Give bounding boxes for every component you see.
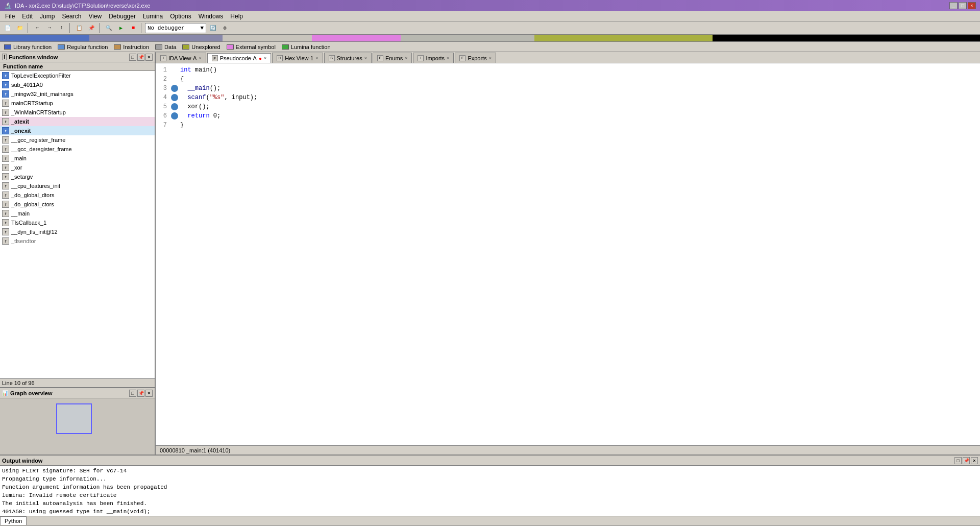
toolbar-copy-btn[interactable]: 📋 [74, 22, 85, 34]
func-item[interactable]: f_onexit [0, 126, 155, 135]
func-item[interactable]: f__gcc_deregister_frame [0, 145, 155, 154]
menu-item-file[interactable]: File [2, 12, 18, 21]
title-bar-controls[interactable]: _ □ × [949, 2, 976, 9]
func-item[interactable]: fsub_4011A0 [0, 80, 155, 89]
menu-item-windows[interactable]: Windows [195, 12, 227, 21]
func-item[interactable]: f__main [0, 209, 155, 218]
graph-panel-close-btn[interactable]: × [145, 390, 153, 397]
func-item-label: _onexit [11, 128, 31, 134]
func-item[interactable]: fmainCRTStartup [0, 99, 155, 108]
right-panel: IIDA View-A×PPseudocode-A●×HHex View-1×S… [156, 52, 980, 455]
toolbar-run-btn[interactable]: ▶ [115, 22, 127, 34]
restore-button[interactable]: □ [959, 2, 967, 9]
close-button[interactable]: × [968, 2, 976, 9]
tab-exports[interactable]: EExports× [455, 53, 496, 63]
line-number: 1 [156, 65, 171, 75]
tab-label: Imports [426, 55, 445, 61]
menu-item-debugger[interactable]: Debugger [106, 12, 139, 21]
tab-structures[interactable]: SStructures× [324, 53, 372, 63]
output-lock-btn[interactable]: 📌 [963, 457, 970, 464]
toolbar-refresh-btn[interactable]: 🔄 [207, 22, 218, 34]
func-item[interactable]: f_atexit [0, 117, 155, 126]
tab-bar[interactable]: IIDA View-A×PPseudocode-A●×HHex View-1×S… [156, 52, 980, 63]
legend-regular-color [58, 44, 65, 50]
python-tab-bar[interactable]: Python [0, 516, 980, 525]
graph-viewport [56, 403, 92, 434]
graph-panel-lock-btn[interactable]: 📌 [137, 390, 144, 397]
menu-item-view[interactable]: View [85, 12, 105, 21]
toolbar-paste-btn[interactable]: 📌 [86, 22, 97, 34]
func-item[interactable]: fTopLevelExceptionFilter [0, 71, 155, 80]
menu-item-jump[interactable]: Jump [37, 12, 58, 21]
functions-panel-float-btn[interactable]: □ [129, 54, 136, 61]
tab-close-btn[interactable]: × [199, 56, 201, 61]
legend-external-color [227, 44, 234, 50]
output-close-btn[interactable]: × [971, 457, 978, 464]
tab-hex-view-1[interactable]: HHex View-1× [272, 53, 323, 63]
func-item-label: __dyn_tls_init@12 [11, 229, 58, 235]
func-item[interactable]: f_mingw32_init_mainargs [0, 89, 155, 99]
tab-close-btn[interactable]: × [264, 56, 266, 61]
func-item[interactable]: f_tlsendtor [0, 236, 155, 246]
tab-close-btn[interactable]: × [364, 56, 367, 61]
function-list[interactable]: fTopLevelExceptionFilterfsub_4011A0f_min… [0, 71, 155, 376]
func-item[interactable]: f_do_global_ctors [0, 200, 155, 209]
graph-content[interactable] [0, 398, 155, 455]
nav-seg-6 [534, 35, 713, 41]
graph-panel-float-btn[interactable]: □ [129, 390, 136, 397]
toolbar-search-btn[interactable]: 🔍 [103, 22, 114, 34]
minimize-button[interactable]: _ [949, 2, 958, 9]
menu-item-edit[interactable]: Edit [19, 12, 36, 21]
menu-item-lumina[interactable]: Lumina [140, 12, 166, 21]
toolbar-open-btn[interactable]: 📁 [14, 22, 26, 34]
menu-item-search[interactable]: Search [59, 12, 84, 21]
tab-ida-view-a[interactable]: IIDA View-A× [156, 53, 206, 63]
graph-panel-controls[interactable]: □ 📌 × [129, 390, 153, 397]
output-line: Propagating type information... [2, 475, 978, 483]
functions-panel-controls[interactable]: □ 📌 × [129, 54, 153, 61]
func-item[interactable]: f__gcc_register_frame [0, 135, 155, 145]
code-status-text: 00000810 _main:1 (401410) [160, 447, 230, 453]
toolbar-back-btn[interactable]: ← [32, 22, 43, 34]
code-area[interactable]: 1int main()2{3 __main();4 scanf("%s", in… [156, 63, 980, 445]
toolbar-up-btn[interactable]: ↑ [56, 22, 67, 34]
code-line: 1int main() [156, 65, 980, 75]
tab-icon: I [160, 55, 166, 61]
legend-data-label: Data [164, 44, 176, 50]
legend-unexplored: Unexplored [182, 44, 220, 50]
toolbar-sep-2 [69, 23, 71, 33]
tab-pseudocode-a[interactable]: PPseudocode-A●× [207, 53, 271, 63]
function-icon: f [2, 228, 9, 235]
func-item[interactable]: f_xor [0, 163, 155, 172]
tab-close-btn[interactable]: × [405, 56, 407, 61]
func-item[interactable]: f_do_global_dtors [0, 190, 155, 200]
func-item[interactable]: f__cpu_features_init [0, 181, 155, 190]
output-float-btn[interactable]: □ [954, 457, 962, 464]
tab-imports[interactable]: IImports× [413, 53, 454, 63]
tab-close-btn[interactable]: × [489, 56, 492, 61]
function-icon: f [2, 192, 9, 199]
functions-line-count: Line 10 of 96 [0, 378, 155, 387]
toolbar-settings-btn[interactable]: ⚙ [219, 22, 231, 34]
functions-panel-title: Functions window [9, 54, 58, 60]
menu-item-options[interactable]: Options [167, 12, 194, 21]
func-item-label: __cpu_features_init [11, 183, 60, 189]
tab-close-btn[interactable]: × [315, 56, 318, 61]
functions-panel-close-btn[interactable]: × [145, 54, 153, 61]
menu-item-help[interactable]: Help [227, 12, 246, 21]
func-item[interactable]: f__dyn_tls_init@12 [0, 227, 155, 236]
toolbar-stop-btn[interactable]: ■ [128, 22, 139, 34]
func-item[interactable]: f_main [0, 154, 155, 163]
tab-enums[interactable]: EEnums× [373, 53, 412, 63]
func-item[interactable]: fTlsCallback_1 [0, 218, 155, 227]
tab-close-btn[interactable]: × [447, 56, 449, 61]
debugger-dropdown[interactable]: No debugger ▼ [145, 23, 206, 33]
output-line: lumina: Invalid remote certificate [2, 491, 978, 499]
toolbar-forward-btn[interactable]: → [44, 22, 55, 34]
python-tab[interactable]: Python [0, 516, 27, 525]
func-item[interactable]: f_setargv [0, 172, 155, 181]
output-controls[interactable]: □ 📌 × [954, 457, 978, 464]
toolbar-new-btn[interactable]: 📄 [2, 22, 13, 34]
functions-panel-lock-btn[interactable]: 📌 [137, 54, 144, 61]
func-item[interactable]: f_WinMainCRTStartup [0, 108, 155, 117]
